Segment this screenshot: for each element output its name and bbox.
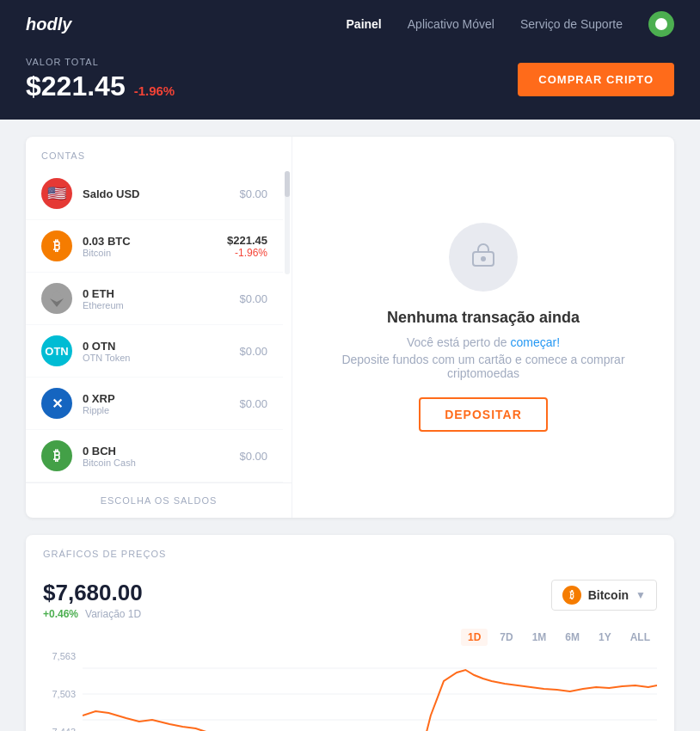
account-item-btc[interactable]: ₿ 0.03 BTC Bitcoin $221.45 -1.96% <box>26 220 283 273</box>
chart-periods: 1D 7D 1M 6M 1Y ALL <box>43 629 657 646</box>
bch-name: 0 BCH <box>83 445 239 458</box>
chart-inner: $7,680.00 +0.46% Variação 1D ₿ Bitcoin ▼… <box>26 566 674 731</box>
chart-section-label: GRÁFICOS DE PREÇOS <box>26 535 674 566</box>
coin-name: Bitcoin <box>588 588 629 602</box>
eth-icon <box>41 283 72 314</box>
bch-icon: ₿ <box>41 440 72 471</box>
xrp-balance: $0.00 <box>239 397 267 410</box>
otn-balance: $0.00 <box>239 345 267 358</box>
coin-selector[interactable]: ₿ Bitcoin ▼ <box>551 580 657 611</box>
y-label-2: 7,503 <box>52 689 76 699</box>
usd-name: Saldo USD <box>83 187 239 200</box>
hero-section: VALOR TOTAL $221.45 -1.96% COMPRAR CRIPT… <box>0 48 700 120</box>
account-item-eth[interactable]: 0 ETH Ethereum $0.00 <box>26 273 283 325</box>
logo: hodly <box>26 15 71 34</box>
hero-label: VALOR TOTAL <box>26 57 175 67</box>
no-tx-highlight: começar! <box>511 335 561 349</box>
price-chart-svg <box>83 651 657 731</box>
no-tx-sub2: Deposite fundos com um cartão e comece a… <box>318 353 648 380</box>
chart-price: $7,680.00 <box>43 580 143 606</box>
chart-area: 7,563 7,503 7,443 7,354 <box>43 651 657 731</box>
btc-name: 0.03 BTC <box>83 235 227 248</box>
no-tx-title: Nenhuma transação ainda <box>387 309 580 327</box>
chart-y-axis: 7,563 7,503 7,443 7,354 <box>43 651 83 731</box>
chart-panel: GRÁFICOS DE PREÇOS $7,680.00 +0.46% Vari… <box>26 535 674 731</box>
account-item-otn[interactable]: OTN 0 OTN OTN Token $0.00 <box>26 325 283 378</box>
xrp-sub: Ripple <box>83 405 239 415</box>
eth-sub: Ethereum <box>83 300 239 310</box>
period-1m[interactable]: 1M <box>525 629 554 646</box>
header: hodly Painel Aplicativo Móvel Serviço de… <box>0 0 700 48</box>
otn-icon: OTN <box>41 335 72 366</box>
avatar[interactable] <box>648 11 674 37</box>
otn-name: 0 OTN <box>83 340 239 353</box>
btc-icon: ₿ <box>41 230 72 261</box>
hero-value: $221.45 <box>26 71 126 102</box>
buy-crypto-button[interactable]: COMPRAR CRIPTO <box>518 63 674 96</box>
accounts-transactions-panel: CONTAS 🇺🇸 Saldo USD $0. <box>26 137 674 518</box>
accounts-section-label: CONTAS <box>26 137 292 168</box>
period-all[interactable]: ALL <box>623 629 657 646</box>
btc-coin-icon: ₿ <box>562 586 581 605</box>
bch-balance: $0.00 <box>239 450 267 463</box>
nav-painel[interactable]: Painel <box>347 17 382 31</box>
nav-support[interactable]: Serviço de Suporte <box>520 17 623 31</box>
account-item-bch[interactable]: ₿ 0 BCH Bitcoin Cash $0.00 <box>26 430 283 482</box>
choose-balances-button[interactable]: ESCOLHA OS SALDOS <box>26 482 292 518</box>
y-label-3: 7,443 <box>52 727 76 731</box>
eth-name: 0 ETH <box>83 287 239 300</box>
usd-icon: 🇺🇸 <box>41 178 72 209</box>
nav-mobile-app[interactable]: Aplicativo Móvel <box>408 17 494 31</box>
chevron-down-icon: ▼ <box>636 589 646 601</box>
usd-balance: $0.00 <box>239 187 267 200</box>
xrp-icon: ✕ <box>41 388 72 419</box>
chart-svg-container <box>83 651 657 731</box>
hero-change: -1.96% <box>134 83 175 98</box>
deposit-button[interactable]: DEPOSITAR <box>419 397 548 432</box>
accounts-panel: CONTAS 🇺🇸 Saldo USD $0. <box>26 137 292 518</box>
svg-point-3 <box>481 256 486 261</box>
transactions-panel: Nenhuma transação ainda Você está perto … <box>292 137 674 518</box>
y-label-1: 7,563 <box>52 651 76 661</box>
no-transactions-icon <box>449 223 518 292</box>
eth-balance: $0.00 <box>239 292 267 305</box>
otn-sub: OTN Token <box>83 353 239 363</box>
period-1d[interactable]: 1D <box>461 629 488 646</box>
no-tx-sub1: Você está perto de começar! <box>407 335 560 349</box>
period-1y[interactable]: 1Y <box>592 629 618 646</box>
period-6m[interactable]: 6M <box>558 629 586 646</box>
period-7d[interactable]: 7D <box>493 629 519 646</box>
account-item-xrp[interactable]: ✕ 0 XRP Ripple $0.00 <box>26 378 283 430</box>
xrp-name: 0 XRP <box>83 392 239 405</box>
btc-usd-value: $221.45 <box>227 234 267 247</box>
chart-variation: Variação 1D <box>85 608 141 620</box>
account-item-usd[interactable]: 🇺🇸 Saldo USD $0.00 <box>26 168 283 220</box>
main-content: CONTAS 🇺🇸 Saldo USD $0. <box>0 120 700 731</box>
bch-sub: Bitcoin Cash <box>83 458 239 468</box>
btc-change: -1.96% <box>227 247 267 259</box>
chart-change: +0.46% <box>43 608 78 620</box>
nav: Painel Aplicativo Móvel Serviço de Supor… <box>347 11 674 37</box>
chart-header: $7,680.00 +0.46% Variação 1D ₿ Bitcoin ▼ <box>43 580 657 620</box>
btc-sub: Bitcoin <box>83 248 227 258</box>
